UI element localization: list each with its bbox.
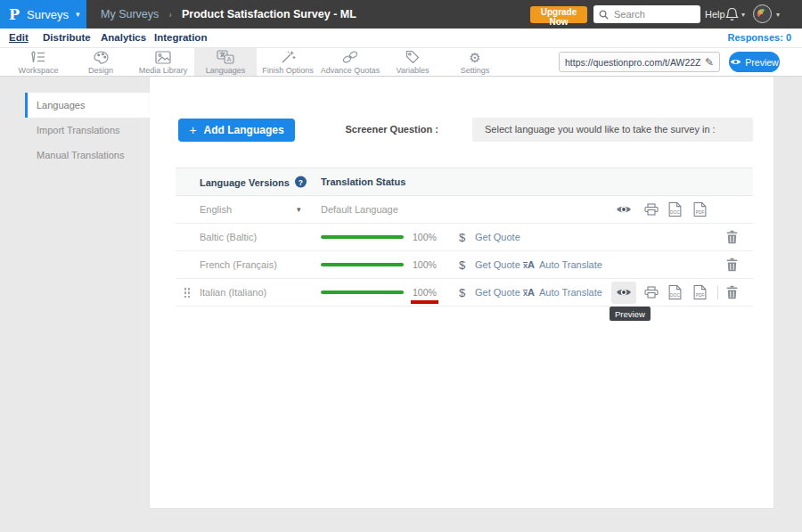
preview-button[interactable]: Preview	[729, 52, 780, 72]
svg-text:PDF: PDF	[696, 293, 705, 298]
palette-icon	[94, 50, 109, 65]
language-versions-table: Language Versions ? Translation Status E…	[176, 168, 753, 307]
questionpro-languages-page: P Surveys ▾ My Surveys › Product Satisfa…	[0, 0, 802, 532]
svg-text:PDF: PDF	[696, 210, 705, 215]
preview-button-label: Preview	[745, 57, 778, 68]
auto-translate-link[interactable]: XA Auto Translate	[523, 259, 602, 270]
table-row-english: English ▾ Default Language DOC PDF	[176, 196, 753, 224]
content-area: Languages Import Translations Manual Tra…	[0, 77, 802, 532]
progress-percent: 100%	[413, 259, 437, 270]
survey-url-field[interactable]: https://questionpro.com/t/AW22Zd1S1 ✎	[559, 52, 720, 72]
magic-wand-icon	[281, 50, 296, 65]
surveys-product-menu[interactable]: P Surveys ▾	[0, 0, 86, 29]
chevron-down-icon[interactable]: ▾	[741, 11, 745, 19]
help-question-icon[interactable]: ?	[295, 176, 307, 188]
toolbar-tab-design[interactable]: Design	[70, 48, 132, 76]
sidebar-item-manual-translations[interactable]: Manual Translations	[25, 143, 150, 168]
print-icon[interactable]	[644, 203, 659, 216]
download-doc-icon[interactable]: DOC	[668, 202, 682, 217]
table-header-row: Language Versions ? Translation Status	[176, 168, 753, 196]
notifications-bell-icon[interactable]	[725, 7, 739, 25]
edit-toolbar: Workspace Design Media Library A Languag…	[0, 48, 802, 77]
toolbar-tabs: Workspace Design Media Library A Languag…	[7, 48, 506, 76]
chevron-down-icon: ▾	[76, 10, 80, 19]
translation-progress-bar	[321, 235, 404, 239]
global-search-box[interactable]	[593, 5, 700, 23]
delete-trash-icon[interactable]	[726, 258, 738, 272]
preview-eye-icon[interactable]	[616, 204, 632, 215]
sidebar-item-import-translations[interactable]: Import Translations	[25, 118, 150, 143]
column-language-versions: Language Versions	[200, 176, 290, 187]
screener-question-select[interactable]: Select language you would like to take t…	[472, 118, 753, 142]
search-input[interactable]	[612, 8, 695, 20]
chevron-down-icon[interactable]: ▾	[776, 11, 780, 19]
tab-analytics[interactable]: Analytics	[101, 29, 146, 47]
add-languages-label: Add Languages	[204, 124, 284, 136]
breadcrumb: My Surveys › Product Satisfaction Survey…	[101, 0, 356, 29]
download-pdf-icon[interactable]: PDF	[693, 285, 707, 300]
drag-handle[interactable]	[184, 287, 191, 298]
toolbar-tab-finish-options[interactable]: Finish Options	[257, 48, 319, 76]
get-quote-link[interactable]: Get Quote	[475, 287, 520, 298]
get-quote-link[interactable]: Get Quote	[475, 232, 520, 242]
topbar: P Surveys ▾ My Surveys › Product Satisfa…	[0, 0, 802, 29]
image-icon	[155, 50, 171, 65]
dollar-icon[interactable]: $	[459, 258, 465, 272]
annotation-red-underline	[411, 300, 438, 304]
toolbar-tab-label: Settings	[461, 66, 490, 75]
toolbar-tab-label: Design	[88, 66, 113, 75]
upgrade-now-button[interactable]: Upgrade Now	[530, 6, 587, 23]
preview-eye-icon[interactable]	[616, 287, 632, 298]
dollar-icon[interactable]: $	[459, 286, 465, 299]
svg-text:DOC: DOC	[670, 293, 680, 298]
auto-translate-label: Auto Translate	[539, 287, 602, 298]
breadcrumb-my-surveys[interactable]: My Surveys	[101, 8, 159, 20]
add-languages-button[interactable]: + Add Languages	[178, 119, 295, 142]
column-translation-status: Translation Status	[321, 176, 405, 187]
search-icon	[599, 10, 609, 20]
download-pdf-icon[interactable]: PDF	[693, 202, 707, 217]
default-language-label: Default Language	[321, 204, 398, 215]
toolbar-tab-settings[interactable]: ⚙ Settings	[444, 48, 506, 76]
toolbar-tab-label: Variables	[397, 66, 430, 75]
delete-trash-icon[interactable]	[726, 231, 738, 244]
translation-progress-bar	[321, 291, 404, 294]
edit-url-pencil-icon[interactable]: ✎	[705, 56, 714, 69]
toolbar-tab-languages[interactable]: A Languages	[194, 48, 257, 76]
table-row-italian: Italian (Italiano) 100% $ Get Quote XA A…	[176, 279, 753, 307]
responses-count[interactable]: Responses: 0	[727, 29, 791, 47]
languages-sidebar: Languages Import Translations Manual Tra…	[25, 93, 150, 168]
toolbar-tab-variables[interactable]: Variables	[381, 48, 444, 76]
dollar-icon[interactable]: $	[459, 231, 465, 244]
survey-nav: Edit Distribute Analytics Integration Re…	[0, 29, 802, 48]
toolbar-tab-label: Languages	[206, 66, 246, 75]
caret-down-icon[interactable]: ▾	[297, 205, 301, 214]
delete-trash-icon[interactable]	[726, 286, 738, 299]
svg-text:DOC: DOC	[670, 210, 680, 215]
breadcrumb-separator-icon: ›	[168, 9, 172, 20]
tab-integration[interactable]: Integration	[154, 29, 207, 47]
plus-icon: +	[189, 123, 196, 137]
eye-icon	[730, 58, 741, 66]
table-row-baltic: Baltic (Baltic) 100% $ Get Quote	[176, 224, 753, 251]
language-name: Baltic (Baltic)	[200, 232, 257, 242]
surveys-menu-label: Surveys	[27, 8, 69, 21]
sidebar-item-languages[interactable]: Languages	[25, 93, 150, 118]
table-row-french: French (Français) 100% $ Get Quote XA Au…	[176, 251, 753, 279]
toolbar-tab-advance-quotas[interactable]: Advance Quotas	[319, 48, 381, 76]
auto-translate-link[interactable]: XA Auto Translate	[523, 287, 602, 298]
toolbar-tab-label: Advance Quotas	[321, 66, 381, 75]
chain-links-icon	[342, 50, 358, 65]
toolbar-tab-media-library[interactable]: Media Library	[132, 48, 194, 76]
toolbar-tab-label: Workspace	[19, 66, 59, 75]
toolbar-tab-workspace[interactable]: Workspace	[7, 48, 70, 76]
get-quote-link[interactable]: Get Quote	[475, 259, 520, 270]
help-link[interactable]: Help	[705, 0, 725, 29]
tab-distribute[interactable]: Distribute	[43, 29, 91, 47]
print-icon[interactable]	[644, 286, 659, 299]
tab-edit[interactable]: Edit	[9, 29, 29, 47]
language-name[interactable]: English	[200, 204, 232, 215]
account-avatar[interactable]	[753, 4, 772, 23]
progress-percent: 100%	[413, 287, 437, 298]
download-doc-icon[interactable]: DOC	[668, 285, 682, 300]
